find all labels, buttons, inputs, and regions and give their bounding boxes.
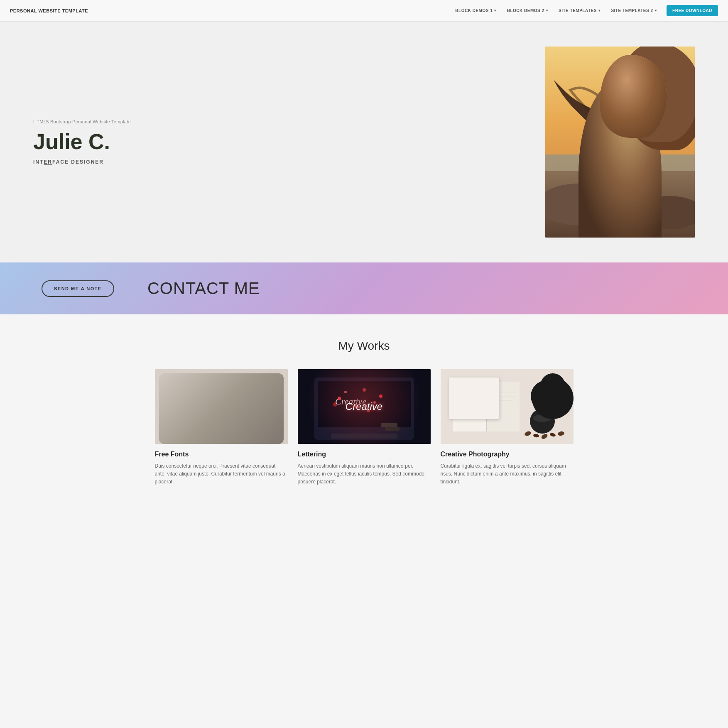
- hero-content: HTML5 Bootstrap Personal Website Templat…: [33, 119, 220, 164]
- chevron-down-icon: ▾: [546, 9, 548, 12]
- svg-point-51: [533, 414, 552, 422]
- work-image-2: Creative: [298, 369, 431, 444]
- work-card-2: Creative Lettering Aenean vestibulum ali…: [298, 369, 431, 486]
- hero-role: INTERFACE DESIGNER: [33, 159, 220, 165]
- hero-subtitle: HTML5 Bootstrap Personal Website Templat…: [33, 119, 220, 124]
- work-card-3: Creative Photography Curabitur ligula ex…: [441, 369, 574, 486]
- nav-site-templates-2[interactable]: SITE TEMPLATES 2 ▾: [607, 6, 661, 15]
- work-card-3-title: Creative Photography: [441, 451, 574, 458]
- svg-point-9: [628, 175, 662, 192]
- svg-rect-24: [331, 434, 397, 439]
- work-card-1: de·sign /dɪˈzaɪn/ noun · verb 1. a plan …: [155, 369, 288, 486]
- svg-point-26: [344, 391, 347, 393]
- hero-image-container: [545, 47, 695, 238]
- svg-text:1. a plan or drawing produced: 1. a plan or drawing produced: [188, 412, 227, 415]
- svg-rect-7: [587, 188, 653, 238]
- free-download-button[interactable]: FREE DOWNLOAD: [667, 5, 718, 16]
- svg-point-10: [595, 107, 641, 161]
- works-section: My Works de·sign /dɪˈzaɪn/ noun · verb 1…: [0, 314, 728, 511]
- chevron-down-icon: ▾: [655, 9, 657, 12]
- navbar: PERSONAL WEBSITE TEMPLATE BLOCK DEMOS 1 …: [0, 0, 728, 22]
- work-image-1: de·sign /dɪˈzaɪn/ noun · verb 1. a plan …: [155, 369, 288, 444]
- chevron-down-icon: ▾: [494, 9, 496, 12]
- work-card-1-title: Free Fonts: [155, 451, 288, 458]
- svg-text:de·sign: de·sign: [188, 386, 208, 394]
- svg-rect-14: [183, 378, 260, 435]
- svg-point-4: [545, 184, 620, 225]
- svg-point-29: [373, 401, 376, 404]
- hero-portrait: [545, 47, 695, 238]
- contact-section: SEND ME A NOTE CONTACT ME: [0, 262, 728, 314]
- nav-block-demos-1[interactable]: BLOCK DEMOS 1 ▾: [451, 6, 500, 15]
- chevron-down-icon: ▾: [598, 9, 601, 12]
- svg-point-27: [333, 402, 337, 407]
- svg-point-48: [531, 380, 562, 412]
- svg-rect-22: [314, 377, 414, 440]
- work-image-3: [441, 369, 574, 444]
- work-card-3-desc: Curabitur ligula ex, sagittis vel turpis…: [441, 462, 574, 486]
- svg-rect-23: [318, 381, 411, 427]
- svg-rect-38: [453, 382, 486, 431]
- work-svg-3: [441, 369, 574, 444]
- nav-links: BLOCK DEMOS 1 ▾ BLOCK DEMOS 2 ▾ SITE TEM…: [451, 5, 718, 16]
- work-card-1-desc: Duis consectetur neque orci. Praesent vi…: [155, 462, 288, 486]
- work-card-2-title: Lettering: [298, 451, 431, 458]
- svg-point-25: [338, 397, 341, 400]
- svg-point-32: [367, 409, 370, 412]
- hero-name: Julie C.: [33, 130, 220, 154]
- svg-rect-39: [486, 382, 520, 431]
- work-svg-1: de·sign /dɪˈzaɪn/ noun · verb 1. a plan …: [155, 369, 288, 444]
- svg-rect-13: [180, 375, 263, 438]
- svg-rect-34: [381, 423, 397, 427]
- svg-point-49: [534, 388, 559, 398]
- work-card-2-desc: Aenean vestibulum aliquam mauris non ull…: [298, 462, 431, 486]
- contact-title: CONTACT ME: [147, 279, 260, 298]
- svg-point-28: [379, 395, 382, 398]
- svg-rect-35: [385, 427, 400, 431]
- nav-site-templates[interactable]: SITE TEMPLATES ▾: [554, 6, 604, 15]
- svg-text:to show the look...: to show the look...: [188, 416, 211, 419]
- svg-point-6: [583, 188, 657, 238]
- svg-rect-11: [612, 157, 624, 169]
- hero-role-prefix: INT: [33, 159, 44, 165]
- send-note-button[interactable]: SEND ME A NOTE: [42, 280, 114, 297]
- hero-section: HTML5 Bootstrap Personal Website Templat…: [0, 22, 728, 262]
- svg-text:noun · verb: noun · verb: [188, 403, 203, 406]
- svg-point-30: [363, 388, 366, 392]
- work-svg-2: Creative: [298, 369, 431, 444]
- svg-text:Creative: Creative: [335, 396, 366, 407]
- works-section-title: My Works: [33, 339, 695, 353]
- site-logo: PERSONAL WEBSITE TEMPLATE: [10, 8, 88, 13]
- svg-point-5: [637, 196, 695, 229]
- svg-point-8: [578, 175, 612, 192]
- hero-role-underline: ER: [44, 159, 52, 165]
- svg-rect-12: [155, 369, 288, 444]
- svg-rect-21: [298, 369, 431, 444]
- portrait-svg: [545, 47, 695, 238]
- svg-point-31: [355, 405, 357, 408]
- works-grid: de·sign /dɪˈzaɪn/ noun · verb 1. a plan …: [33, 369, 695, 486]
- svg-point-1: [612, 63, 695, 146]
- nav-block-demos-2[interactable]: BLOCK DEMOS 2 ▾: [503, 6, 552, 15]
- hero-role-suffix: FACE DESIGNER: [52, 159, 104, 165]
- svg-text:/dɪˈzaɪn/: /dɪˈzaɪn/: [188, 396, 201, 400]
